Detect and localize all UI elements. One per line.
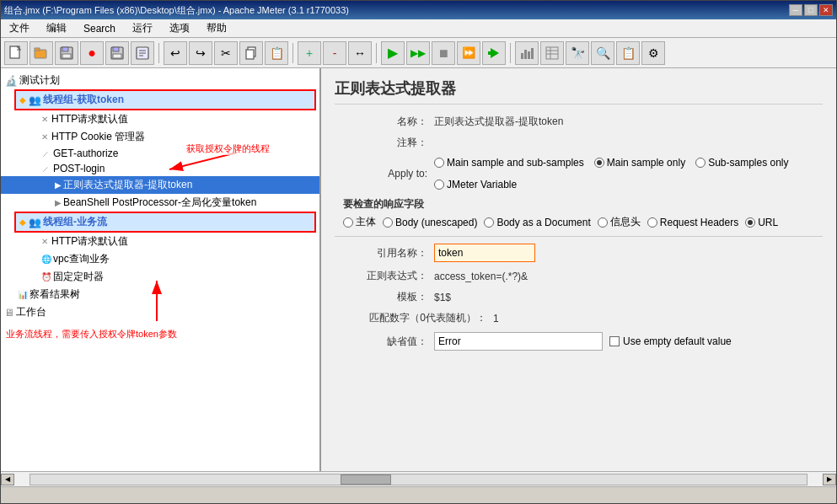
vpc-query-label: vpc查询业务 bbox=[53, 252, 110, 266]
tree-node-http-defaults[interactable]: ✕ HTTP请求默认值 bbox=[1, 110, 319, 128]
svg-rect-8 bbox=[113, 54, 121, 58]
menu-search[interactable]: Search bbox=[78, 21, 121, 36]
thread-group-biz-icon: 👥 bbox=[28, 216, 41, 229]
search-button[interactable]: 🔍 bbox=[591, 41, 614, 65]
toggle-button[interactable]: ↔ bbox=[348, 41, 372, 65]
apply-sub-only-radio[interactable] bbox=[695, 158, 706, 168]
minimize-button[interactable]: ─ bbox=[789, 4, 802, 16]
default-input[interactable] bbox=[434, 332, 603, 351]
stop-run-button[interactable]: ⏹ bbox=[432, 41, 455, 65]
shutdown-button[interactable]: ⏩ bbox=[457, 41, 480, 65]
tree-node-http-defaults2[interactable]: ✕ HTTP请求默认值 bbox=[1, 233, 319, 250]
remote-start-button[interactable] bbox=[482, 41, 506, 65]
scroll-thumb[interactable] bbox=[341, 475, 391, 485]
apply-jmeter-var[interactable]: JMeter Variable bbox=[434, 179, 517, 190]
tree-node-thread-group-token[interactable]: ◆ 👥 线程组-获取token bbox=[16, 91, 314, 109]
name-value: 正则表达式提取器-提取token bbox=[434, 115, 563, 129]
open-button[interactable] bbox=[30, 41, 53, 65]
redo-button[interactable]: ↪ bbox=[189, 41, 212, 65]
apply-main-only[interactable]: Main sample only bbox=[594, 157, 685, 169]
expand-button[interactable]: + bbox=[298, 41, 321, 65]
resp-body-unescaped-radio[interactable] bbox=[383, 217, 393, 228]
close-button[interactable]: ✕ bbox=[819, 4, 833, 16]
regex-value: access_token=(.*?)& bbox=[434, 271, 528, 282]
menu-help[interactable]: 帮助 bbox=[201, 19, 232, 37]
tree-node-vpc-query[interactable]: 🌐 vpc查询业务 bbox=[1, 250, 319, 268]
tree-node-test-plan[interactable]: 🔬 测试计划 bbox=[1, 72, 319, 89]
apply-to-options: Main sample and sub-samples Main sample … bbox=[434, 157, 823, 190]
settings-gear-button[interactable]: ⚙ bbox=[641, 41, 665, 65]
tree-node-post-login[interactable]: ⟋ POST-login bbox=[1, 161, 319, 176]
stop-button[interactable]: ● bbox=[80, 41, 104, 65]
resp-body-doc[interactable]: Body as a Document bbox=[484, 217, 590, 228]
resp-url[interactable]: URL bbox=[745, 217, 778, 228]
save-button[interactable] bbox=[55, 41, 78, 65]
svg-rect-21 bbox=[546, 47, 558, 59]
resp-url-radio[interactable] bbox=[745, 217, 755, 228]
get-authorize-icon: ⟋ bbox=[41, 149, 50, 158]
undo-button[interactable]: ↩ bbox=[164, 41, 187, 65]
cut-button[interactable]: ✂ bbox=[214, 41, 238, 65]
sep1 bbox=[158, 43, 159, 63]
resp-req-headers-radio[interactable] bbox=[647, 217, 657, 228]
status-bar bbox=[1, 486, 836, 503]
tree-node-get-authorize[interactable]: ⟋ GET-authorize bbox=[1, 146, 319, 161]
tree-node-thread-group-biz[interactable]: ◆ 👥 线程组-业务流 bbox=[16, 213, 314, 231]
tree-node-timer[interactable]: ⏰ 固定定时器 bbox=[1, 268, 319, 286]
empty-default-label: Use empty default value bbox=[623, 335, 732, 347]
tree-node-http-cookie[interactable]: ✕ HTTP Cookie 管理器 bbox=[1, 128, 319, 146]
tree-node-regex-extractor[interactable]: ▶ 正则表达式提取器-提取token bbox=[1, 176, 319, 194]
resp-body[interactable]: 主体 bbox=[343, 215, 376, 229]
template-label: 模板： bbox=[335, 290, 427, 304]
help-button[interactable]: 📋 bbox=[616, 41, 640, 65]
collapse-button[interactable]: - bbox=[323, 41, 346, 65]
tree-node-view-results[interactable]: 📊 察看结果树 bbox=[1, 286, 319, 303]
menu-options[interactable]: 选项 bbox=[164, 19, 195, 37]
menu-file[interactable]: 文件 bbox=[4, 19, 35, 37]
apply-main-sub-radio[interactable] bbox=[434, 158, 444, 168]
empty-default-option[interactable]: Use empty default value bbox=[609, 335, 732, 347]
binoculars-button[interactable]: 🔭 bbox=[566, 41, 589, 65]
apply-main-sub[interactable]: Main sample and sub-samples bbox=[434, 157, 584, 169]
toolbar: ● ↩ ↪ ✂ 📋 + - ↔ ▶ ▶▶ ⏹ ⏩ 🔭 bbox=[1, 38, 836, 68]
apply-main-only-radio[interactable] bbox=[594, 158, 604, 168]
menu-edit[interactable]: 编辑 bbox=[41, 19, 72, 37]
run-no-pause-button[interactable]: ▶▶ bbox=[406, 41, 430, 65]
chart-button[interactable] bbox=[515, 41, 539, 65]
apply-sub-only[interactable]: Sub-samples only bbox=[695, 157, 788, 169]
sep2 bbox=[292, 43, 293, 63]
horizontal-scrollbar: ◀ ▶ bbox=[1, 471, 836, 486]
svg-rect-5 bbox=[62, 54, 71, 58]
response-field-label: 要检查的响应字段 bbox=[343, 197, 823, 212]
resp-req-headers[interactable]: Request Headers bbox=[647, 217, 738, 228]
table-button[interactable] bbox=[540, 41, 564, 65]
post-login-label: POST-login bbox=[53, 163, 105, 174]
maximize-button[interactable]: □ bbox=[804, 4, 818, 16]
scroll-left-arrow[interactable]: ◀ bbox=[1, 474, 14, 485]
sep4 bbox=[510, 43, 511, 63]
resp-header[interactable]: 信息头 bbox=[598, 215, 641, 229]
thread-group-token-label: 线程组-获取token bbox=[43, 93, 124, 107]
http-defaults-label: HTTP请求默认值 bbox=[51, 112, 128, 126]
scroll-track[interactable] bbox=[30, 474, 807, 485]
new-button[interactable] bbox=[4, 41, 28, 65]
match-no-row: 匹配数字（0代表随机）： 1 bbox=[335, 311, 823, 325]
paste-button[interactable]: 📋 bbox=[265, 41, 288, 65]
http-cookie-icon: ✕ bbox=[41, 132, 48, 142]
tree-node-beanshell[interactable]: ▶ BeanShell PostProcessor-全局化变量token bbox=[1, 194, 319, 212]
svg-rect-14 bbox=[246, 50, 254, 59]
ref-name-input[interactable] bbox=[434, 244, 535, 262]
run-button[interactable]: ▶ bbox=[381, 41, 405, 65]
save2-button[interactable] bbox=[105, 41, 129, 65]
scroll-right-arrow[interactable]: ▶ bbox=[823, 474, 836, 485]
resp-header-radio[interactable] bbox=[598, 217, 608, 228]
report-button[interactable] bbox=[131, 41, 154, 65]
resp-body-unescaped[interactable]: Body (unescaped) bbox=[383, 217, 477, 228]
copy-button[interactable] bbox=[239, 41, 263, 65]
tree-node-workbench[interactable]: 🖥 工作台 bbox=[1, 303, 319, 321]
apply-jmeter-var-radio[interactable] bbox=[434, 180, 444, 190]
empty-default-checkbox[interactable] bbox=[609, 336, 620, 346]
menu-run[interactable]: 运行 bbox=[127, 19, 158, 37]
resp-body-radio[interactable] bbox=[343, 217, 353, 228]
resp-body-doc-radio[interactable] bbox=[484, 217, 494, 228]
